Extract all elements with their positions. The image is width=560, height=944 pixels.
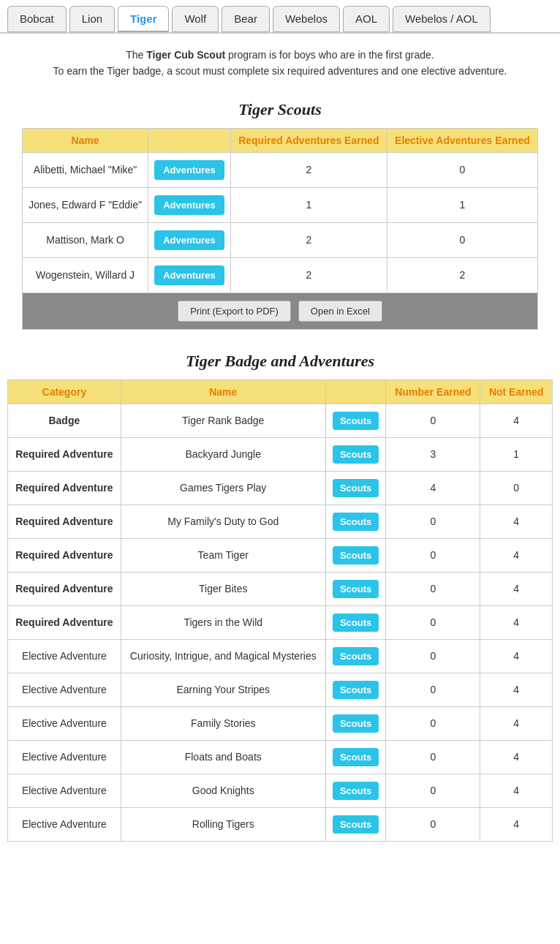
list-item: Elective Adventure Rolling Tigers Scouts… (8, 807, 553, 841)
tab-lion[interactable]: Lion (69, 6, 115, 32)
scout-name: Wogenstein, Willard J (23, 257, 148, 292)
table-row: Mattison, Mark O Adventures 2 0 (23, 222, 538, 257)
scouts-button[interactable]: Scouts (333, 647, 379, 665)
badge-category: Elective Adventure (8, 706, 121, 740)
required-adventures: 2 (230, 222, 387, 257)
badge-col-category: Category (8, 380, 121, 404)
excel-button[interactable]: Open in Excel (298, 301, 382, 322)
number-earned: 0 (386, 639, 480, 673)
number-earned: 0 (386, 505, 480, 538)
badge-category: Required Adventure (8, 471, 121, 505)
badge-section-heading: Tiger Badge and Adventures (0, 352, 560, 371)
list-item: Required Adventure Team Tiger Scouts 0 4 (8, 538, 553, 572)
scouts-button[interactable]: Scouts (333, 815, 379, 834)
not-earned: 4 (480, 774, 553, 807)
badge-category: Elective Adventure (8, 639, 121, 673)
badge-name: My Family's Duty to God (121, 505, 325, 538)
tab-webelos[interactable]: Webelos (273, 6, 340, 32)
elective-adventures: 1 (387, 187, 537, 222)
scouts-btn-cell: Scouts (325, 538, 386, 572)
badge-col-earned: Number Earned (386, 380, 480, 404)
adventures-button[interactable]: Adventures (154, 265, 224, 285)
badge-category: Elective Adventure (8, 740, 121, 774)
scouts-button[interactable]: Scouts (333, 445, 379, 464)
number-earned: 0 (386, 605, 480, 639)
not-earned: 4 (480, 572, 553, 605)
badge-name: Good Knights (121, 774, 325, 807)
adventures-btn-cell: Adventures (148, 187, 231, 222)
adventures-button[interactable]: Adventures (154, 230, 224, 250)
scouts-btn-cell: Scouts (325, 807, 386, 841)
scouts-button[interactable]: Scouts (333, 479, 379, 497)
scouts-button[interactable]: Scouts (333, 681, 379, 699)
list-item: Elective Adventure Curiosity, Intrigue, … (8, 639, 553, 673)
scout-name: Jones, Edward F "Eddie" (23, 187, 148, 222)
tab-tiger[interactable]: Tiger (118, 6, 169, 32)
badge-name: Tiger Bites (121, 572, 325, 605)
scouts-btn-cell: Scouts (325, 437, 386, 471)
scouts-button[interactable]: Scouts (333, 513, 379, 531)
scouts-button[interactable]: Scouts (333, 546, 379, 564)
number-earned: 0 (386, 740, 480, 774)
tab-bear[interactable]: Bear (222, 6, 270, 32)
required-adventures: 1 (230, 187, 387, 222)
scouts-btn-cell: Scouts (325, 740, 386, 774)
print-button[interactable]: Print (Export to PDF) (178, 301, 291, 322)
tab-aol[interactable]: AOL (343, 6, 390, 32)
scouts-button[interactable]: Scouts (333, 714, 379, 733)
not-earned: 4 (480, 505, 553, 538)
scouts-btn-cell: Scouts (325, 774, 386, 807)
list-item: Elective Adventure Earning Your Stripes … (8, 673, 553, 706)
list-item: Required Adventure Tiger Bites Scouts 0 … (8, 572, 553, 605)
elective-adventures: 2 (387, 257, 537, 292)
scouts-table: Name Required Adventures Earned Elective… (22, 128, 538, 293)
scouts-btn-cell: Scouts (325, 706, 386, 740)
scouts-button[interactable]: Scouts (333, 613, 379, 632)
badge-category: Required Adventure (8, 605, 121, 639)
scouts-table-wrapper: Name Required Adventures Earned Elective… (0, 128, 560, 293)
col-required: Required Adventures Earned (230, 128, 387, 152)
tab-wolf[interactable]: Wolf (172, 6, 219, 32)
number-earned: 0 (386, 807, 480, 841)
scouts-btn-cell: Scouts (325, 605, 386, 639)
scouts-btn-cell: Scouts (325, 404, 386, 437)
tab-bobcat[interactable]: Bobcat (7, 6, 67, 32)
badge-col-name: Name (121, 380, 325, 404)
scouts-section-heading: Tiger Scouts (0, 100, 560, 119)
badge-category: Elective Adventure (8, 673, 121, 706)
elective-adventures: 0 (387, 222, 537, 257)
col-btn (148, 128, 231, 152)
badge-name: Team Tiger (121, 538, 325, 572)
tab-bar: Bobcat Lion Tiger Wolf Bear Webelos AOL … (0, 0, 560, 34)
description-line1-post: program is for boys who are in the first… (228, 49, 434, 61)
scouts-btn-cell: Scouts (325, 471, 386, 505)
elective-adventures: 0 (387, 152, 537, 187)
badge-name: Earning Your Stripes (121, 673, 325, 706)
adventures-button[interactable]: Adventures (154, 160, 224, 180)
badge-name: Backyard Jungle (121, 437, 325, 471)
list-item: Required Adventure Games Tigers Play Sco… (8, 471, 553, 505)
number-earned: 0 (386, 404, 480, 437)
adventures-btn-cell: Adventures (148, 257, 231, 292)
badge-col-btn (325, 380, 386, 404)
number-earned: 0 (386, 538, 480, 572)
not-earned: 4 (480, 807, 553, 841)
badge-table-wrapper: Category Name Number Earned Not Earned B… (0, 380, 560, 842)
list-item: Required Adventure My Family's Duty to G… (8, 505, 553, 538)
required-adventures: 2 (230, 257, 387, 292)
scouts-button[interactable]: Scouts (333, 782, 379, 800)
list-item: Elective Adventure Floats and Boats Scou… (8, 740, 553, 774)
scout-name: Alibetti, Michael "Mike" (23, 152, 148, 187)
scouts-button[interactable]: Scouts (333, 412, 379, 430)
scouts-button[interactable]: Scouts (333, 748, 379, 766)
scouts-button[interactable]: Scouts (333, 580, 379, 598)
scouts-btn-cell: Scouts (325, 572, 386, 605)
badge-category: Elective Adventure (8, 807, 121, 841)
not-earned: 4 (480, 605, 553, 639)
not-earned: 4 (480, 706, 553, 740)
description-line2: To earn the Tiger badge, a scout must co… (22, 63, 538, 79)
table-row: Jones, Edward F "Eddie" Adventures 1 1 (23, 187, 538, 222)
table-row: Wogenstein, Willard J Adventures 2 2 (23, 257, 538, 292)
tab-webelos-aol[interactable]: Webelos / AOL (393, 6, 491, 32)
adventures-button[interactable]: Adventures (154, 195, 224, 215)
